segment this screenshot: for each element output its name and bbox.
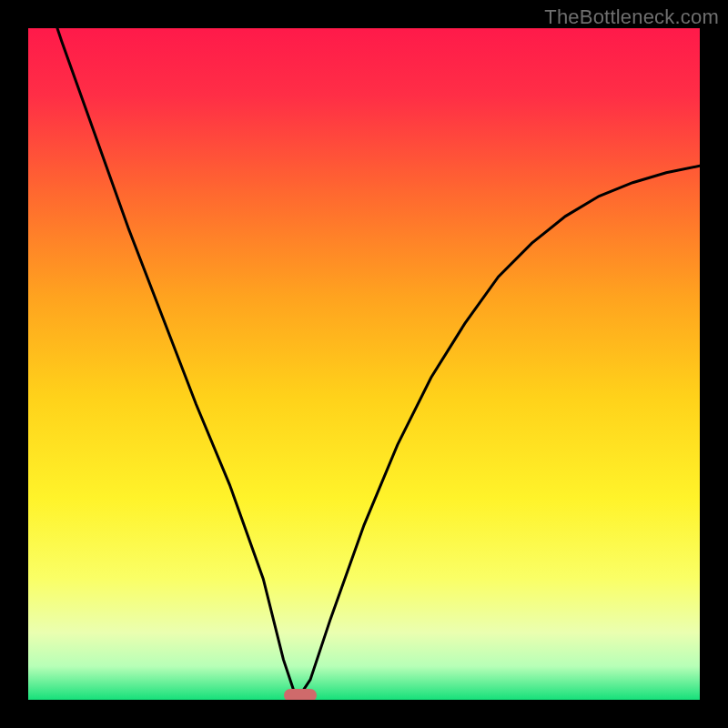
frame: TheBottleneck.com bbox=[0, 0, 728, 728]
plot-area bbox=[28, 28, 700, 700]
bottleneck-marker bbox=[284, 689, 317, 700]
watermark-text: TheBottleneck.com bbox=[544, 5, 719, 29]
chart-curve bbox=[28, 28, 700, 700]
